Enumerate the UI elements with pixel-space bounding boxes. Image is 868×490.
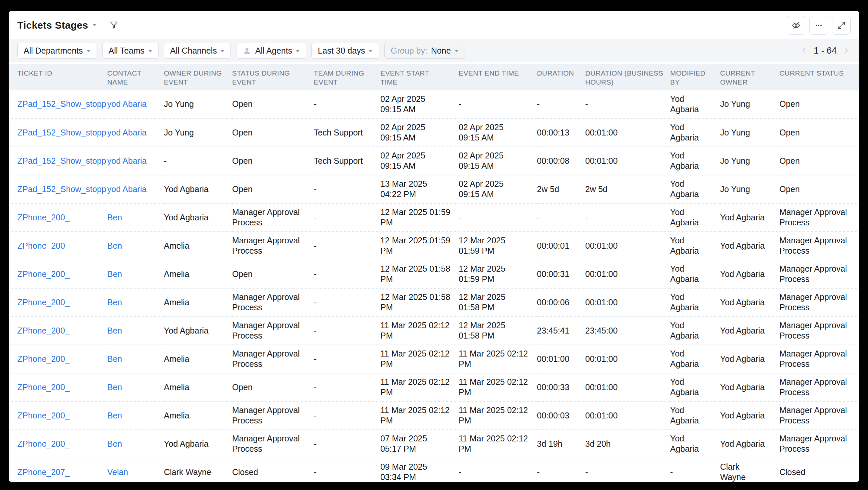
cell-contact_name: yod Abaria xyxy=(107,90,164,119)
cell-event_end_time: 11 Mar 2025 02:12 PM xyxy=(459,401,537,430)
filter-agents[interactable]: All Agents xyxy=(236,43,306,59)
contact-link[interactable]: Ben xyxy=(107,354,122,363)
contact-link[interactable]: Ben xyxy=(107,269,122,279)
table-row: ZPhone_200_BenAmeliaManager Approval Pro… xyxy=(9,288,859,317)
ticket-id-link[interactable]: ZPad_152_Show_stopp xyxy=(17,99,106,108)
ticket-id-link[interactable]: ZPhone_200_ xyxy=(17,411,70,420)
filter-channels[interactable]: All Channels xyxy=(164,43,231,59)
cell-duration_business_hours: - xyxy=(585,90,670,119)
cell-modified_by: Yod Agbaria xyxy=(670,203,720,232)
cell-duration_business_hours: 00:01:00 xyxy=(585,373,670,401)
cell-current_owner: Jo Yung xyxy=(720,119,779,147)
ticket-id-link[interactable]: ZPhone_200_ xyxy=(17,326,70,335)
cell-contact_name: yod Abaria xyxy=(107,147,164,175)
cell-duration: 00:00:13 xyxy=(537,119,585,147)
cell-duration_business_hours: 2w 5d xyxy=(585,175,670,203)
ticket-id-link[interactable]: ZPhone_200_ xyxy=(17,383,70,392)
cell-current_status: Open xyxy=(779,90,859,119)
filter-teams[interactable]: All Teams xyxy=(102,43,159,59)
cell-status_during_event: Manager Approval Process xyxy=(232,317,314,345)
expand-icon xyxy=(837,21,846,30)
cell-contact_name: Ben xyxy=(107,260,164,288)
cell-contact_name: yod Abaria xyxy=(107,175,164,203)
cell-event_end_time: - xyxy=(459,203,537,232)
cell-duration: - xyxy=(537,90,585,119)
contact-link[interactable]: Ben xyxy=(107,213,122,222)
cell-owner_during_event: Yod Agbaria xyxy=(164,175,232,203)
cell-event_end_time: 11 Mar 2025 02:12 PM xyxy=(459,345,537,373)
cell-modified_by: Yod Agbaria xyxy=(670,147,720,175)
cell-event_end_time: 02 Apr 2025 09:15 AM xyxy=(459,147,537,175)
cell-modified_by: Yod Agbaria xyxy=(670,401,720,430)
ticket-id-link[interactable]: ZPhone_207_ xyxy=(17,467,70,477)
cell-duration_business_hours: 00:01:00 xyxy=(585,288,670,317)
contact-link[interactable]: Ben xyxy=(107,411,122,420)
contact-link[interactable]: Ben xyxy=(107,439,122,448)
table-header-row: TICKET IDCONTACT NAMEOWNER DURING EVENTS… xyxy=(9,64,859,90)
cell-owner_during_event: Amelia xyxy=(164,401,232,430)
cell-status_during_event: Manager Approval Process xyxy=(232,430,314,458)
column-header-event_start_time: EVENT START TIME xyxy=(380,64,459,90)
table-row: ZPhone_200_BenAmeliaManager Approval Pro… xyxy=(9,232,859,260)
contact-link[interactable]: Ben xyxy=(107,326,122,335)
hide-columns-button[interactable] xyxy=(787,16,805,35)
contact-link[interactable]: yod Abaria xyxy=(107,99,147,108)
cell-event_start_time: 11 Mar 2025 02:12 PM xyxy=(380,401,459,430)
cell-duration: - xyxy=(537,458,585,482)
contact-link[interactable]: Ben xyxy=(107,298,122,307)
cell-ticket_id: ZPhone_200_ xyxy=(9,345,107,373)
ticket-id-link[interactable]: ZPhone_200_ xyxy=(17,241,70,250)
chevron-left-icon xyxy=(800,46,808,56)
ticket-id-link[interactable]: ZPhone_200_ xyxy=(17,213,70,222)
cell-team_during_event: - xyxy=(314,373,380,401)
filter-departments-label: All Departments xyxy=(24,46,83,56)
column-header-modified_by: MODIFIED BY xyxy=(670,64,720,90)
contact-link[interactable]: yod Abaria xyxy=(107,156,147,165)
ticket-id-link[interactable]: ZPad_152_Show_stopp xyxy=(17,156,106,165)
table-row: ZPhone_207_VelanClark WayneClosed-09 Mar… xyxy=(9,458,859,482)
cell-team_during_event: - xyxy=(314,401,380,430)
table-row: ZPhone_200_BenYod AgbariaManager Approva… xyxy=(9,430,859,458)
cell-status_during_event: Manager Approval Process xyxy=(232,401,314,430)
filter-date-range[interactable]: Last 30 days xyxy=(311,43,379,59)
cell-event_start_time: 12 Mar 2025 01:59 PM xyxy=(380,232,459,260)
cell-current_owner: Jo Yung xyxy=(720,175,779,203)
cell-current_status: Manager Approval Process xyxy=(779,260,859,288)
ticket-id-link[interactable]: ZPad_152_Show_stopp xyxy=(17,128,106,137)
cell-status_during_event: Open xyxy=(232,119,314,147)
cell-status_during_event: Manager Approval Process xyxy=(232,288,314,317)
ticket-id-link[interactable]: ZPhone_200_ xyxy=(17,354,70,363)
filter-agents-label: All Agents xyxy=(255,46,292,56)
more-options-icon xyxy=(814,21,824,30)
cell-current_owner: Yod Agbaria xyxy=(720,401,779,430)
cell-current_owner: Jo Yung xyxy=(720,147,779,175)
filter-funnel-icon[interactable] xyxy=(108,20,119,31)
contact-link[interactable]: yod Abaria xyxy=(107,128,147,137)
cell-team_during_event: - xyxy=(314,458,380,482)
ticket-id-link[interactable]: ZPad_152_Show_stopp xyxy=(17,185,106,194)
ticket-id-link[interactable]: ZPhone_200_ xyxy=(17,439,70,448)
contact-link[interactable]: Velan xyxy=(107,467,128,477)
next-page-button[interactable] xyxy=(842,46,851,56)
table-row: ZPhone_200_BenYod AgbariaManager Approva… xyxy=(9,203,859,232)
cell-team_during_event: Tech Support xyxy=(314,147,380,175)
previous-page-button[interactable] xyxy=(800,46,808,56)
filter-group-by[interactable]: Group by: None xyxy=(384,43,465,59)
cell-duration_business_hours: 00:01:00 xyxy=(585,232,670,260)
filter-departments[interactable]: All Departments xyxy=(17,43,97,59)
cell-team_during_event: - xyxy=(314,317,380,345)
expand-button[interactable] xyxy=(832,16,851,35)
contact-link[interactable]: Ben xyxy=(107,241,122,250)
table-row: ZPad_152_Show_stoppyod AbariaYod Agbaria… xyxy=(9,175,859,203)
chevron-down-icon[interactable] xyxy=(93,24,97,26)
cell-modified_by: Yod Agbaria xyxy=(670,90,720,119)
ticket-id-link[interactable]: ZPhone_200_ xyxy=(17,269,70,279)
contact-link[interactable]: Ben xyxy=(107,383,122,392)
cell-event_start_time: 12 Mar 2025 01:58 PM xyxy=(380,260,459,288)
divider xyxy=(9,62,859,64)
more-options-button[interactable] xyxy=(809,16,828,35)
ticket-id-link[interactable]: ZPhone_200_ xyxy=(17,298,70,307)
contact-link[interactable]: yod Abaria xyxy=(107,185,147,194)
column-header-contact_name: CONTACT NAME xyxy=(107,64,164,90)
tickets-stages-widget: Tickets Stages xyxy=(9,11,859,482)
